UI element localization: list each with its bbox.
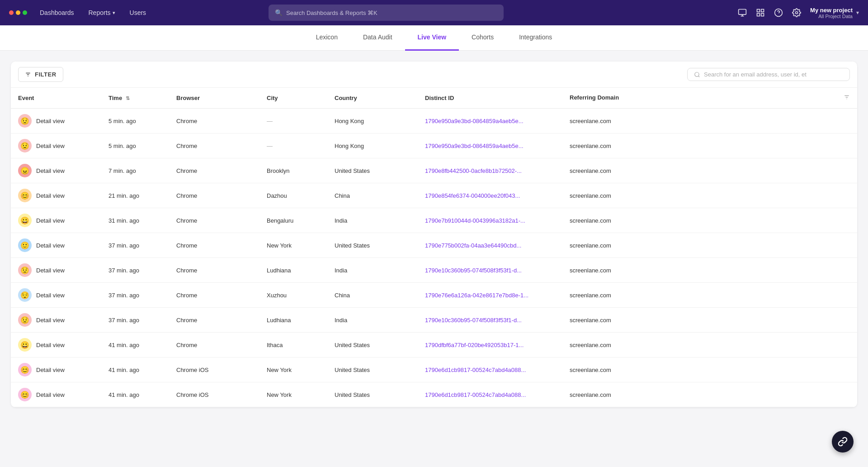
tab-lexicon[interactable]: Lexicon [303, 25, 350, 51]
referring-domain-cell: screenlane.com [562, 183, 857, 208]
event-name: Detail view [36, 167, 65, 174]
city-cell: Xuzhou [259, 283, 327, 308]
table-row[interactable]: 😟 Detail view 5 min. ago Chrome — Hong K… [11, 133, 857, 158]
table-row[interactable]: 😟 Detail view 37 min. ago Chrome Ludhian… [11, 308, 857, 333]
col-filter-icon[interactable] [844, 94, 850, 102]
settings-icon[interactable] [788, 5, 805, 21]
table-row[interactable]: 😊 Detail view 41 min. ago Chrome iOS New… [11, 382, 857, 407]
table-row[interactable]: 😌 Detail view 37 min. ago Chrome Xuzhou … [11, 283, 857, 308]
event-name: Detail view [36, 192, 65, 199]
col-referring-domain: Referring Domain [562, 88, 857, 109]
table-row[interactable]: 😀 Detail view 41 min. ago Chrome Ithaca … [11, 333, 857, 357]
avatar: 😊 [18, 388, 32, 401]
country-cell: India [327, 258, 418, 283]
table-row[interactable]: 😟 Detail view 5 min. ago Chrome — Hong K… [11, 109, 857, 133]
col-distinct-id: Distinct ID [418, 88, 562, 109]
maximize-dot[interactable] [23, 10, 27, 15]
time-cell: 41 min. ago [101, 357, 169, 382]
distinct-id-cell[interactable]: 1790e6d1cb9817-00524c7abd4a088... [418, 357, 562, 382]
tab-live-view[interactable]: Live View [405, 25, 459, 51]
distinct-id-cell[interactable]: 1790e6d1cb9817-00524c7abd4a088... [418, 382, 562, 407]
fab-button[interactable] [832, 431, 854, 453]
project-chevron-icon[interactable]: ▾ [856, 10, 859, 16]
project-info[interactable]: My new project All Project Data [810, 7, 853, 19]
avatar: 😊 [18, 189, 32, 202]
country-cell: United States [327, 233, 418, 258]
event-cell: 😠 Detail view [11, 158, 101, 183]
close-dot[interactable] [9, 10, 14, 15]
avatar: 😌 [18, 288, 32, 302]
distinct-id-link[interactable]: 1790e775b002fa-04aa3e64490cbd... [425, 242, 521, 249]
svg-rect-5 [757, 14, 760, 16]
distinct-id-link[interactable]: 1790e10c360b95-074f508f3f53f1-d... [425, 267, 522, 274]
project-name: My new project [810, 7, 853, 14]
link-icon [838, 437, 848, 447]
distinct-id-link[interactable]: 1790e6d1cb9817-00524c7abd4a088... [425, 391, 526, 398]
global-search-bar[interactable]: 🔍 Search Dashboards & Reports ⌘K [269, 5, 504, 21]
distinct-id-cell[interactable]: 1790e76e6a126a-042e8617e7bd8e-1... [418, 283, 562, 308]
time-cell: 37 min. ago [101, 258, 169, 283]
browser-cell: Chrome [169, 183, 259, 208]
event-name: Detail view [36, 267, 65, 274]
event-cell: 😊 Detail view [11, 183, 101, 208]
avatar: 😟 [18, 263, 32, 277]
distinct-id-link[interactable]: 1790e7b910044d-0043996a3182a1-... [425, 217, 525, 224]
city-cell: Ithaca [259, 333, 327, 357]
table-row[interactable]: 😀 Detail view 31 min. ago Chrome Bengalu… [11, 208, 857, 233]
distinct-id-cell[interactable]: 1790e854fe6374-004000ee20f043... [418, 183, 562, 208]
table-row[interactable]: 🙂 Detail view 37 min. ago Chrome New Yor… [11, 233, 857, 258]
row-search-icon [694, 71, 700, 78]
time-cell: 5 min. ago [101, 133, 169, 158]
nav-dashboards[interactable]: Dashboards [34, 6, 80, 19]
help-icon[interactable] [770, 5, 787, 21]
event-name: Detail view [36, 391, 65, 398]
nav-reports[interactable]: Reports ▾ [83, 6, 121, 19]
activity-icon[interactable] [734, 5, 750, 21]
referring-domain-cell: screenlane.com [562, 158, 857, 183]
distinct-id-link[interactable]: 1790e6d1cb9817-00524c7abd4a088... [425, 367, 526, 373]
distinct-id-cell[interactable]: 1790e950a9e3bd-0864859a4aeb5e... [418, 109, 562, 133]
col-city: City [259, 88, 327, 109]
grid-icon[interactable] [752, 5, 769, 21]
referring-domain-cell: screenlane.com [562, 357, 857, 382]
svg-line-14 [698, 76, 700, 77]
distinct-id-link[interactable]: 1790e950a9e3bd-0864859a4aeb5e... [425, 143, 524, 149]
tab-data-audit[interactable]: Data Audit [350, 25, 405, 51]
event-name: Detail view [36, 367, 65, 373]
avatar: 😀 [18, 338, 32, 352]
tab-integrations[interactable]: Integrations [506, 25, 565, 51]
time-cell: 37 min. ago [101, 233, 169, 258]
table-row[interactable]: 😟 Detail view 37 min. ago Chrome Ludhian… [11, 258, 857, 283]
event-name: Detail view [36, 292, 65, 299]
distinct-id-cell[interactable]: 1790dfbf6a77bf-020be492053b17-1... [418, 333, 562, 357]
time-cell: 21 min. ago [101, 183, 169, 208]
distinct-id-cell[interactable]: 1790e10c360b95-074f508f3f53f1-d... [418, 258, 562, 283]
distinct-id-cell[interactable]: 1790e775b002fa-04aa3e64490cbd... [418, 233, 562, 258]
distinct-id-cell[interactable]: 1790e10c360b95-074f508f3f53f1-d... [418, 308, 562, 333]
event-cell: 😀 Detail view [11, 208, 101, 233]
event-cell: 😊 Detail view [11, 382, 101, 407]
row-search-input[interactable]: Search for an email address, user id, et [687, 68, 850, 81]
col-time[interactable]: Time ⇅ [101, 88, 169, 109]
table-row[interactable]: 😊 Detail view 21 min. ago Chrome Dazhou … [11, 183, 857, 208]
filter-button[interactable]: FILTER [18, 67, 63, 82]
table-row[interactable]: 😊 Detail view 41 min. ago Chrome iOS New… [11, 357, 857, 382]
distinct-id-cell[interactable]: 1790e950a9e3bd-0864859a4aeb5e... [418, 133, 562, 158]
event-name: Detail view [36, 242, 65, 249]
distinct-id-link[interactable]: 1790e8fb442500-0acfe8b1b72502-... [425, 167, 522, 174]
minimize-dot[interactable] [16, 10, 20, 15]
col-event: Event [11, 88, 101, 109]
distinct-id-link[interactable]: 1790e76e6a126a-042e8617e7bd8e-1... [425, 292, 528, 299]
distinct-id-cell[interactable]: 1790e8fb442500-0acfe8b1b72502-... [418, 158, 562, 183]
nav-users[interactable]: Users [124, 6, 152, 19]
event-cell: 😟 Detail view [11, 133, 101, 158]
tab-cohorts[interactable]: Cohorts [459, 25, 506, 51]
distinct-id-link[interactable]: 1790dfbf6a77bf-020be492053b17-1... [425, 342, 524, 348]
distinct-id-cell[interactable]: 1790e7b910044d-0043996a3182a1-... [418, 208, 562, 233]
distinct-id-link[interactable]: 1790e10c360b95-074f508f3f53f1-d... [425, 317, 522, 324]
distinct-id-link[interactable]: 1790e854fe6374-004000ee20f043... [425, 192, 520, 199]
svg-rect-4 [761, 10, 764, 12]
table-row[interactable]: 😠 Detail view 7 min. ago Chrome Brooklyn… [11, 158, 857, 183]
distinct-id-link[interactable]: 1790e950a9e3bd-0864859a4aeb5e... [425, 118, 524, 124]
col-browser: Browser [169, 88, 259, 109]
